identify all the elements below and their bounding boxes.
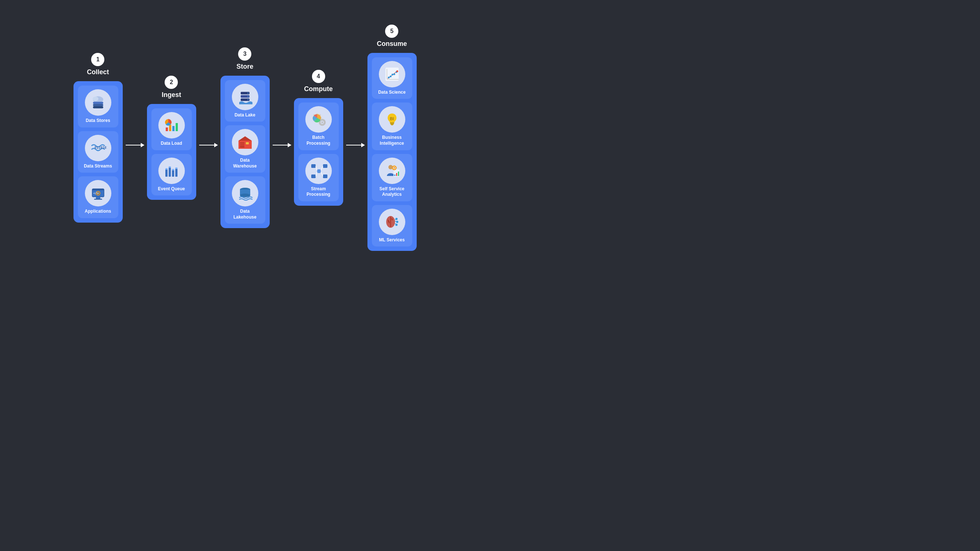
svg-rect-2: [93, 104, 103, 106]
data-load-label: Data Load: [161, 141, 182, 146]
svg-rect-52: [321, 119, 323, 121]
svg-rect-19: [169, 167, 171, 177]
svg-rect-81: [394, 175, 395, 176]
svg-point-72: [393, 73, 395, 75]
svg-rect-16: [176, 123, 178, 131]
store-panel: Data Lake: [221, 76, 270, 229]
svg-rect-20: [172, 170, 174, 177]
arrow-3: [270, 145, 294, 146]
svg-rect-34: [240, 142, 244, 148]
data-science-icon: [379, 61, 405, 87]
stage-number-1: 1: [91, 53, 104, 66]
data-lake-icon: [232, 84, 258, 110]
event-queue-icon: [158, 157, 185, 184]
svg-rect-21: [175, 168, 178, 177]
arrow-4: [343, 145, 368, 146]
data-stores-label: Data Stores: [86, 118, 110, 124]
stage-number-4: 4: [312, 70, 325, 83]
self-service-analytics-icon: [379, 157, 405, 184]
svg-rect-59: [323, 175, 328, 178]
item-business-intelligence: BI Business Intelligence: [372, 103, 412, 150]
batch-processing-label: Batch Processing: [302, 135, 335, 146]
data-lake-label: Data Lake: [234, 113, 255, 118]
svg-point-31: [247, 99, 248, 100]
svg-rect-57: [323, 164, 328, 168]
svg-text:</>: </>: [93, 192, 99, 195]
stream-processing-icon: [305, 157, 332, 184]
compute-panel: Batch Processing: [294, 98, 343, 205]
svg-rect-25: [175, 167, 178, 169]
data-lakehouse-label: Data Lakehouse: [229, 209, 262, 220]
data-warehouse-label: Data Warehouse: [229, 157, 262, 169]
item-data-load: Data Load: [151, 108, 192, 150]
svg-point-71: [391, 73, 393, 75]
svg-point-30: [247, 96, 248, 97]
svg-point-29: [247, 92, 248, 94]
svg-point-51: [321, 122, 323, 124]
svg-point-69: [388, 76, 390, 78]
stream-processing-label: Stream Processing: [302, 186, 335, 198]
arrow-1: [123, 145, 147, 146]
svg-rect-77: [391, 124, 393, 125]
data-streams-label: Data Streams: [84, 164, 112, 169]
svg-rect-3: [93, 102, 103, 104]
stage-title-store: Store: [236, 63, 253, 70]
svg-rect-54: [319, 122, 320, 124]
data-science-label: Data Science: [378, 90, 406, 95]
stage-number-3: 3: [238, 48, 251, 60]
item-data-science: Data Science: [372, 57, 412, 99]
svg-rect-58: [311, 175, 316, 178]
svg-rect-22: [165, 168, 167, 170]
stage-store: 3 Store Data: [221, 48, 270, 229]
svg-rect-18: [165, 169, 167, 177]
stage-store-header: 3 Store: [236, 48, 253, 70]
data-streams-icon: 0110101: [85, 135, 111, 161]
item-applications: </> Applications: [78, 176, 118, 218]
svg-rect-38: [246, 142, 249, 144]
stage-title-ingest: Ingest: [162, 91, 181, 99]
svg-rect-60: [317, 169, 321, 173]
stage-title-compute: Compute: [304, 85, 333, 93]
stage-number-5: 5: [385, 25, 398, 38]
pipeline-diagram: 1 Collect Data Stores: [0, 17, 490, 259]
svg-point-70: [390, 75, 391, 77]
item-ml-services: ML Services: [372, 205, 412, 247]
stage-ingest: 2 Ingest Dat: [147, 76, 196, 200]
stage-title-consume: Consume: [377, 40, 407, 48]
item-batch-processing: Batch Processing: [298, 103, 339, 150]
item-data-lakehouse: Data Lakehouse: [225, 176, 265, 224]
svg-rect-82: [396, 173, 397, 176]
item-stream-processing: Stream Processing: [298, 154, 339, 201]
svg-marker-32: [239, 136, 252, 141]
data-lakehouse-icon: [232, 180, 258, 206]
event-queue-label: Event Queue: [158, 186, 185, 192]
arrow-2: [196, 145, 221, 146]
stage-collect-header: 1 Collect: [87, 53, 109, 76]
svg-rect-75: [390, 122, 394, 124]
svg-rect-7: [92, 189, 104, 190]
svg-rect-8: [96, 197, 100, 199]
svg-point-74: [396, 70, 398, 72]
svg-rect-55: [324, 122, 325, 124]
svg-rect-56: [311, 164, 316, 168]
svg-rect-13: [166, 127, 168, 131]
svg-line-64: [321, 172, 323, 176]
ml-services-icon: [379, 209, 405, 235]
svg-line-61: [316, 166, 317, 170]
item-data-streams: 0110101 Data Streams: [78, 131, 118, 173]
stage-title-collect: Collect: [87, 68, 109, 76]
business-intelligence-icon: BI: [379, 106, 405, 133]
svg-line-62: [321, 166, 323, 170]
ml-services-label: ML Services: [379, 237, 405, 243]
stage-compute: 4 Compute: [294, 70, 343, 205]
stage-number-2: 2: [165, 76, 178, 89]
item-data-stores: Data Stores: [78, 86, 118, 127]
svg-rect-83: [398, 171, 399, 176]
svg-point-1: [92, 97, 99, 101]
svg-text:0110101: 0110101: [94, 146, 107, 149]
stage-collect: 1 Collect Data Stores: [73, 53, 123, 222]
svg-point-85: [393, 167, 395, 168]
svg-rect-9: [94, 199, 102, 200]
svg-rect-53: [321, 124, 323, 125]
item-event-queue: Event Queue: [151, 154, 192, 196]
